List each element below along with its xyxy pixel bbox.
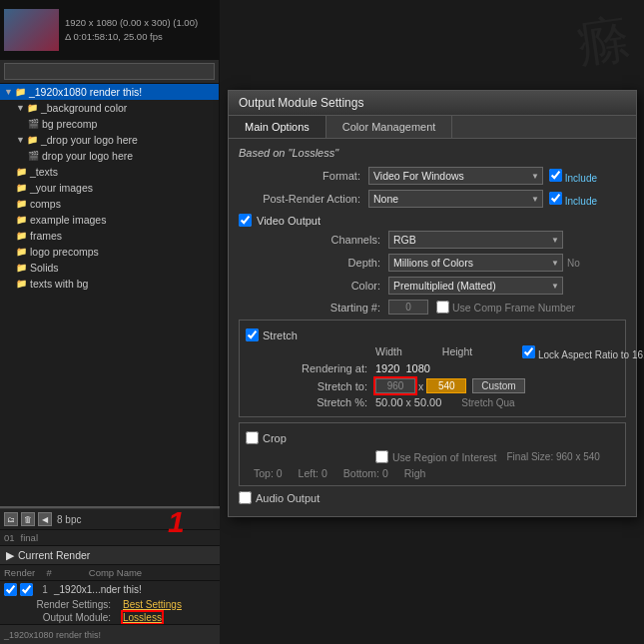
folder-icon[interactable]: 🗂 xyxy=(4,512,18,526)
post-render-select-wrapper: None xyxy=(368,190,543,208)
video-output-settings: Channels: RGB Depth: Millions of Colors … xyxy=(239,231,626,315)
post-render-include-check: Include xyxy=(549,192,597,207)
render-queue-row: 1 _1920x1...nder this! xyxy=(0,581,220,598)
bottom-status-bar: _1920x1080 render this! xyxy=(0,624,220,644)
tree-item-example[interactable]: 📁 example images xyxy=(0,212,219,228)
tab-color-management[interactable]: Color Management xyxy=(326,116,453,138)
stretch-section: Stretch Width Height Lock Aspect Ratio t… xyxy=(239,320,626,417)
lock-aspect-checkbox[interactable] xyxy=(522,345,535,358)
stretch-pct-row: Stretch %: 50.00 x 50.00 Stretch Qua xyxy=(246,396,619,408)
crop-coords: Top: 0 Left: 0 Bottom: 0 Righ xyxy=(246,465,619,481)
preview-info: 1920 x 1080 (0.00 x 300) (1.00) Δ 0:01:5… xyxy=(65,16,198,43)
tree-item-drop-logo[interactable]: ▼ 📁 _drop your logo here xyxy=(0,132,219,148)
channels-select-wrapper: RGB xyxy=(388,231,563,249)
tree-item-texts-bg[interactable]: 📁 texts with bg xyxy=(0,276,219,292)
final-size-label: Final Size: 960 x 540 xyxy=(506,451,599,462)
depth-row: Depth: Millions of Colors No xyxy=(259,254,626,272)
preview-area: 1920 x 1080 (0.00 x 300) (1.00) Δ 0:01:5… xyxy=(0,0,219,60)
trash-icon[interactable]: 🗑 xyxy=(21,512,35,526)
stretch-quality-label: Stretch Qua xyxy=(461,397,514,408)
tree-item-render[interactable]: ▼ 📁 _1920x1080 render this! xyxy=(0,84,219,100)
render-cols: Render # Comp Name xyxy=(0,565,220,581)
output-module-dialog: Output Module Settings Main Options Colo… xyxy=(228,90,637,517)
tree-item-drop-logo2[interactable]: 🎬 drop your logo here xyxy=(0,148,219,164)
channels-label: Channels: xyxy=(259,234,388,246)
tree-item-comps[interactable]: 📁 comps xyxy=(0,196,219,212)
crop-checkbox-row: Crop xyxy=(246,431,619,444)
audio-output-section: Audio Output xyxy=(239,491,626,504)
render-checkbox2[interactable] xyxy=(20,583,33,596)
output-module-row: Output Module: Lossless xyxy=(0,611,220,624)
based-on-label: Based on "Lossless" xyxy=(239,147,626,159)
dialog-tabs: Main Options Color Management xyxy=(229,116,636,139)
use-comp-frame-checkbox[interactable] xyxy=(436,301,449,314)
starting-num-row: Starting #: Use Comp Frame Number xyxy=(259,300,626,315)
crop-use-region: Use Region of Interest Final Size: 960 x… xyxy=(246,448,619,465)
lossless-link[interactable]: Lossless xyxy=(123,612,162,623)
custom-button[interactable]: Custom xyxy=(472,378,524,393)
format-include-checkbox[interactable] xyxy=(549,169,562,182)
format-select-wrapper: Video For Windows xyxy=(368,167,543,185)
post-render-select[interactable]: None xyxy=(368,190,543,208)
color-row: Color: Premultiplied (Matted) xyxy=(259,277,626,295)
search-input[interactable] xyxy=(4,63,215,80)
color-select[interactable]: Premultiplied (Matted) xyxy=(388,277,563,295)
starting-num-input[interactable] xyxy=(388,300,428,315)
audio-output-checkbox[interactable] xyxy=(239,491,252,504)
post-render-row: Post-Render Action: None Include xyxy=(239,190,626,208)
format-include-check: Include xyxy=(549,169,597,184)
x-label: x xyxy=(418,380,423,392)
project-tree: ▼ 📁 _1920x1080 render this! ▼ 📁 _backgro… xyxy=(0,84,219,292)
stretch-checkbox[interactable] xyxy=(246,328,259,341)
tree-item-texts[interactable]: 📁 _texts xyxy=(0,164,219,180)
crop-section: Crop Use Region of Interest Final Size: … xyxy=(239,422,626,486)
format-select[interactable]: Video For Windows xyxy=(368,167,543,185)
use-region-checkbox[interactable] xyxy=(375,450,388,463)
tree-item-images[interactable]: 📁 _your images xyxy=(0,180,219,196)
color-select-wrapper: Premultiplied (Matted) xyxy=(388,277,563,295)
comp-status-bar: 01 final xyxy=(0,530,220,546)
audio-checkbox-row: Audio Output xyxy=(239,491,626,504)
channels-select[interactable]: RGB xyxy=(388,231,563,249)
stretch-checkbox-row: Stretch xyxy=(246,328,619,341)
depth-select[interactable]: Millions of Colors xyxy=(388,254,563,272)
tab-main-options[interactable]: Main Options xyxy=(229,116,326,138)
depth-label: Depth: xyxy=(259,257,388,269)
depth-select-wrapper: Millions of Colors xyxy=(388,254,563,272)
rendering-width: 1920 xyxy=(375,362,399,374)
preview-thumb xyxy=(4,9,59,51)
video-output-section: Video Output xyxy=(239,214,626,227)
tree-item-frames[interactable]: 📁 frames xyxy=(0,228,219,244)
starting-label: Starting #: xyxy=(259,302,388,314)
annotation-1: 1 xyxy=(168,505,185,539)
color-label: Color: xyxy=(259,280,388,292)
tree-item-logo-precomps[interactable]: 📁 logo precomps xyxy=(0,244,219,260)
no-label: No xyxy=(567,258,580,269)
render-queue-header: ▶ Current Render xyxy=(0,546,220,565)
lock-aspect-label: Lock Aspect Ratio to 16:9 (1 xyxy=(522,345,644,360)
render-queue: 🗂 🗑 ◀ 8 bpc 01 final ▶ Current Render Re… xyxy=(0,506,220,624)
bottom-info: _1920x1080 render this! xyxy=(4,630,101,640)
video-output-checkbox[interactable] xyxy=(239,214,252,227)
rendering-height: 1080 xyxy=(405,362,429,374)
tree-toolbar: 🗂 🗑 ◀ 8 bpc xyxy=(0,508,220,530)
crop-checkbox[interactable] xyxy=(246,431,259,444)
search-bar xyxy=(0,60,219,84)
post-render-include-checkbox[interactable] xyxy=(549,192,562,205)
tree-item-bg-color[interactable]: ▼ 📁 _background color xyxy=(0,100,219,116)
format-label: Format: xyxy=(239,170,368,182)
best-settings-link[interactable]: Best Settings xyxy=(123,599,182,610)
stretch-width-input[interactable] xyxy=(375,378,415,393)
arrow-left-icon[interactable]: ◀ xyxy=(38,512,52,526)
watermark: 㾻 xyxy=(572,5,633,82)
left-panel: 1920 x 1080 (0.00 x 300) (1.00) Δ 0:01:5… xyxy=(0,0,220,644)
bpc-label: 8 bpc xyxy=(57,514,81,525)
format-row: Format: Video For Windows Include xyxy=(239,167,626,185)
tree-item-bg-precomp[interactable]: 🎬 bg precomp xyxy=(0,116,219,132)
stretch-to-row: Stretch to: x Custom xyxy=(246,378,619,393)
dialog-body: Based on "Lossless" Format: Video For Wi… xyxy=(229,139,636,516)
use-comp-frame-row: Use Comp Frame Number xyxy=(436,301,575,314)
stretch-height-input[interactable] xyxy=(426,378,466,393)
tree-item-solids[interactable]: 📁 Solids xyxy=(0,260,219,276)
render-checkbox[interactable] xyxy=(4,583,17,596)
